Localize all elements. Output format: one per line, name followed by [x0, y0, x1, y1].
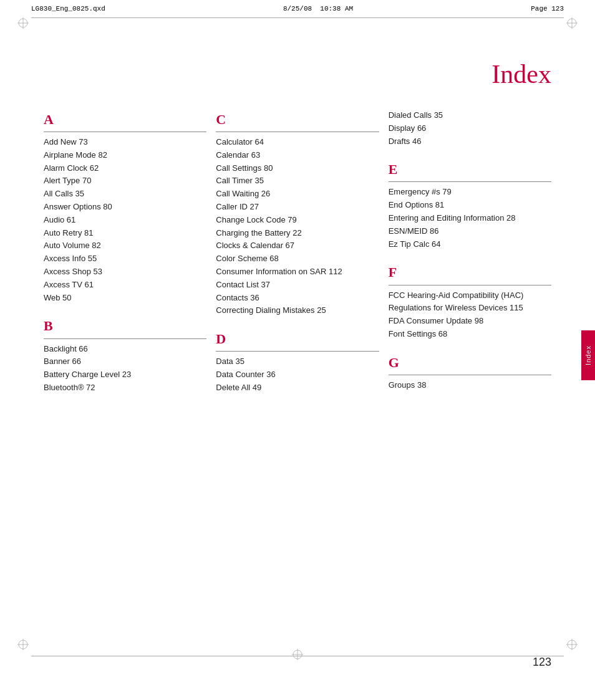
entry-backlight: Backlight 66	[44, 343, 206, 356]
section-letter-e: E	[389, 159, 551, 180]
divider-d	[216, 351, 379, 352]
entry-entering-editing: Entering and Editing Information 28	[389, 212, 551, 225]
section-b: B Backlight 66 Banner 66 Battery Charge …	[44, 315, 206, 394]
entry-emergency: Emergency #s 79	[389, 186, 551, 199]
section-f: F FCC Hearing-Aid Compatibility (HAC) Re…	[389, 262, 551, 340]
entry-axcess-tv: Axcess TV 61	[44, 279, 206, 292]
bottom-center-mark	[292, 649, 303, 663]
entry-dialed-calls: Dialed Calls 35	[389, 109, 551, 122]
entry-call-timer: Call Timer 35	[216, 175, 379, 188]
entry-font-settings: Font Settings 68	[389, 328, 551, 341]
entry-end-options: End Options 81	[389, 199, 551, 212]
reg-mark-top-left	[17, 17, 29, 29]
filename: LG830_Eng_0825.qxd	[31, 5, 105, 12]
content-area: A Add New 73 Airplane Mode 82 Alarm Cloc…	[44, 109, 551, 644]
divider-e	[389, 181, 551, 182]
side-tab: Index	[581, 330, 595, 380]
section-letter-f: F	[389, 262, 551, 283]
entry-battery-charge: Battery Charge Level 23	[44, 368, 206, 381]
file-date: 8/25/08 10:38 AM	[283, 5, 353, 12]
entry-call-settings: Call Settings 80	[216, 162, 379, 175]
reg-mark-bottom-left	[17, 639, 29, 650]
entry-contact-list: Contact List 37	[216, 279, 379, 292]
entry-charging-battery: Charging the Battery 22	[216, 227, 379, 240]
entry-all-calls: All Calls 35	[44, 188, 206, 201]
page-number: 123	[533, 656, 551, 669]
section-letter-d: D	[216, 328, 379, 350]
entry-consumer-info: Consumer Information on SAR 112	[216, 266, 379, 279]
entry-groups: Groups 38	[389, 379, 551, 392]
column-d-cont-g: Dialed Calls 35 Display 66 Drafts 46 E E…	[389, 109, 551, 644]
entry-add-new: Add New 73	[44, 136, 206, 149]
page-title: Index	[491, 59, 551, 89]
side-tab-label: Index	[584, 345, 592, 365]
divider-c	[216, 132, 379, 132]
entry-color-scheme: Color Scheme 68	[216, 252, 379, 266]
divider-g	[389, 375, 551, 375]
entry-display: Display 66	[389, 122, 551, 135]
entry-clocks-calendar: Clocks & Calendar 67	[216, 239, 379, 252]
entry-auto-retry: Auto Retry 81	[44, 227, 206, 240]
entry-ez-tip-calc: Ez Tip Calc 64	[389, 238, 551, 251]
entry-alarm-clock: Alarm Clock 62	[44, 162, 206, 175]
section-c: C Calculator 64 Calendar 63 Call Setting…	[216, 109, 379, 317]
entry-fcc-hearing: FCC Hearing-Aid Compatibility (HAC) Regu…	[389, 289, 551, 315]
section-letter-a: A	[44, 109, 206, 130]
entry-esn-meid: ESN/MEID 86	[389, 225, 551, 238]
entry-airplane-mode: Airplane Mode 82	[44, 149, 206, 162]
entry-alert-type: Alert Type 70	[44, 175, 206, 188]
divider-f	[389, 285, 551, 285]
top-border	[31, 17, 564, 18]
reg-mark-bottom-right	[566, 639, 578, 650]
section-g: G Groups 38	[389, 352, 551, 392]
divider-b	[44, 338, 206, 339]
reg-mark-top-right	[566, 17, 578, 29]
section-letter-b: B	[44, 315, 206, 337]
entry-fda-consumer: FDA Consumer Update 98	[389, 315, 551, 328]
entry-audio: Audio 61	[44, 214, 206, 227]
entry-caller-id: Caller ID 27	[216, 201, 379, 214]
divider-a	[44, 132, 206, 132]
entry-bluetooth: Bluetooth® 72	[44, 381, 206, 395]
entry-answer-options: Answer Options 80	[44, 201, 206, 214]
entry-change-lock-code: Change Lock Code 79	[216, 214, 379, 227]
entry-data-counter: Data Counter 36	[216, 368, 379, 381]
column-c-d: C Calculator 64 Calendar 63 Call Setting…	[216, 109, 388, 644]
entry-data: Data 35	[216, 355, 379, 368]
entry-calculator: Calculator 64	[216, 136, 379, 149]
section-letter-g: G	[389, 352, 551, 373]
section-a: A Add New 73 Airplane Mode 82 Alarm Cloc…	[44, 109, 206, 304]
entry-banner: Banner 66	[44, 355, 206, 368]
entry-call-waiting: Call Waiting 26	[216, 188, 379, 201]
entry-axcess-info: Axcess Info 55	[44, 252, 206, 266]
file-header: LG830_Eng_0825.qxd 8/25/08 10:38 AM Page…	[31, 5, 564, 12]
entry-correcting-dialing: Correcting Dialing Mistakes 25	[216, 304, 379, 317]
page-label: Page 123	[531, 5, 564, 12]
entry-auto-volume: Auto Volume 82	[44, 239, 206, 252]
section-d: D Data 35 Data Counter 36 Delete All 49	[216, 328, 379, 394]
entry-axcess-shop: Axcess Shop 53	[44, 266, 206, 279]
entry-web: Web 50	[44, 292, 206, 305]
entry-delete-all: Delete All 49	[216, 381, 379, 395]
entry-drafts: Drafts 46	[389, 135, 551, 148]
section-e: E Emergency #s 79 End Options 81 Enterin…	[389, 159, 551, 251]
entry-contacts: Contacts 36	[216, 292, 379, 305]
section-d-cont: Dialed Calls 35 Display 66 Drafts 46	[389, 109, 551, 148]
section-letter-c: C	[216, 109, 379, 130]
entry-calendar: Calendar 63	[216, 149, 379, 162]
column-a-b: A Add New 73 Airplane Mode 82 Alarm Cloc…	[44, 109, 216, 644]
